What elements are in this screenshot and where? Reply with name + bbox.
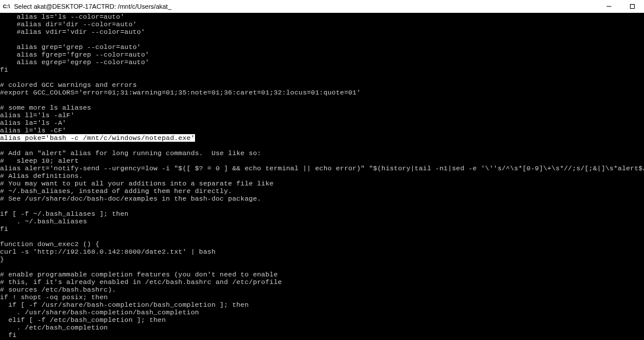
svg-rect-1 (631, 5, 635, 9)
terminal-line: fi (0, 225, 644, 233)
terminal-line: if ! shopt -oq posix; then (0, 293, 644, 301)
terminal-line: } (0, 255, 644, 263)
terminal-line (0, 73, 644, 81)
terminal-line: # Add an "alert" alias for long running … (0, 149, 644, 157)
maximize-button[interactable] (621, 0, 644, 13)
titlebar-left: C:\ Select akat@DESKTOP-17ACTRD: /mnt/c/… (2, 2, 172, 10)
terminal-line: alias la='ls -A' (0, 119, 644, 127)
terminal-line: # See /usr/share/doc/bash-doc/examples i… (0, 195, 644, 202)
terminal-icon: C:\ (2, 2, 11, 10)
terminal-line: # sleep 10; alert (0, 157, 644, 164)
terminal-line (0, 96, 644, 104)
terminal-line: fi (0, 331, 644, 339)
terminal-line: alias ls='ls --color=auto' (0, 13, 644, 20)
terminal-line: #alias dir='dir --color=auto' (0, 20, 644, 28)
terminal-line: curl -s 'http://192.168.0.142:8000/date2… (0, 248, 644, 255)
window-titlebar: C:\ Select akat@DESKTOP-17ACTRD: /mnt/c/… (0, 0, 644, 13)
terminal-line (0, 142, 644, 149)
terminal-line: alias l='ls -CF' (0, 127, 644, 134)
window-title: Select akat@DESKTOP-17ACTRD: /mnt/c/User… (14, 3, 172, 10)
highlighted-text: alias poke='bash -c /mnt/c/windows/notep… (0, 134, 195, 142)
terminal-content[interactable]: alias ls='ls --color=auto' #alias dir='d… (0, 13, 644, 340)
terminal-line: # enable programmable completion feature… (0, 271, 644, 278)
terminal-line: alias alert='notify-send --urgency=low -… (0, 164, 644, 172)
terminal-line: alias grep='grep --color=auto' (0, 43, 644, 51)
terminal-line: . /usr/share/bash-completion/bash_comple… (0, 309, 644, 316)
terminal-line: #export GCC_COLORS='error=01;31:warning=… (0, 89, 644, 96)
terminal-line: # some more ls aliases (0, 104, 644, 111)
terminal-line: # You may want to put all your additions… (0, 180, 644, 187)
terminal-line: elif [ -f /etc/bash_completion ]; then (0, 316, 644, 324)
terminal-line: # ~/.bash_aliases, instead of adding the… (0, 187, 644, 195)
terminal-line: fi (0, 66, 644, 73)
minimize-button[interactable] (597, 0, 621, 13)
terminal-line: . ~/.bash_aliases (0, 218, 644, 225)
terminal-line: alias ll='ls -alF' (0, 111, 644, 119)
terminal-line (0, 263, 644, 271)
terminal-line: . /etc/bash_completion (0, 324, 644, 331)
terminal-line: if [ -f ~/.bash_aliases ]; then (0, 210, 644, 218)
terminal-line: # Alias definitions. (0, 172, 644, 180)
terminal-line: function down_exec2 () { (0, 240, 644, 248)
terminal-line: alias poke='bash -c /mnt/c/windows/notep… (0, 134, 644, 142)
terminal-line: alias fgrep='fgrep --color=auto' (0, 51, 644, 58)
terminal-line: if [ -f /usr/share/bash-completion/bash_… (0, 301, 644, 309)
terminal-line: #alias vdir='vdir --color=auto' (0, 28, 644, 36)
terminal-line (0, 36, 644, 43)
terminal-line: # colored GCC warnings and errors (0, 81, 644, 89)
terminal-line (0, 202, 644, 210)
terminal-line: # sources /etc/bash.bashrc). (0, 286, 644, 293)
terminal-line (0, 233, 644, 240)
terminal-line: # this, if it's already enabled in /etc/… (0, 278, 644, 286)
terminal-line: alias egrep='egrep --color=auto' (0, 58, 644, 66)
titlebar-controls (597, 0, 644, 13)
